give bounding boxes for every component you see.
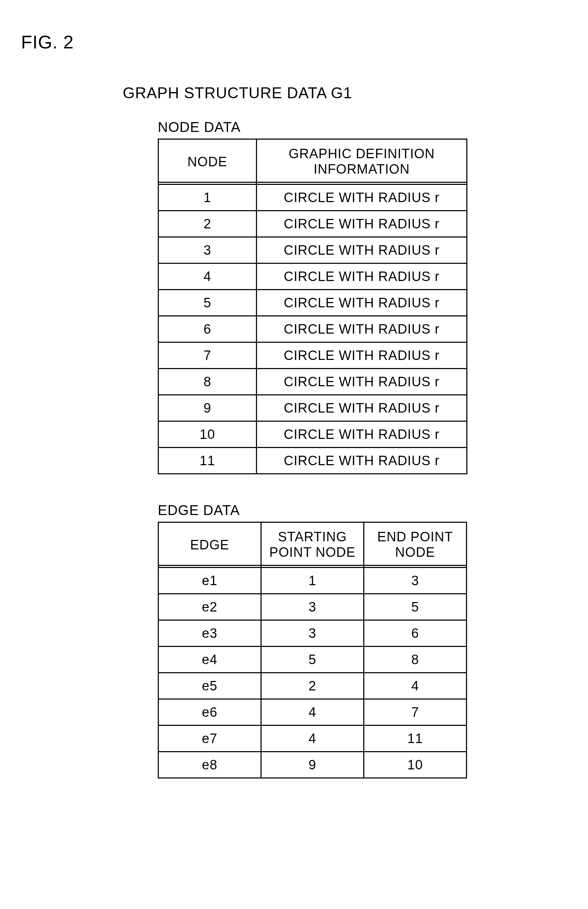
- edge-data-table: EDGE STARTING POINT NODE END POINT NODE …: [158, 522, 467, 778]
- end-cell: 3: [364, 568, 467, 594]
- node-cell: 5: [158, 290, 257, 316]
- start-cell: 4: [261, 699, 364, 726]
- end-cell: 10: [364, 752, 467, 778]
- start-cell: 5: [261, 647, 364, 673]
- start-cell: 3: [261, 594, 364, 620]
- table-row: e7411: [158, 726, 467, 752]
- definition-cell: CIRCLE WITH RADIUS r: [257, 343, 467, 369]
- definition-cell: CIRCLE WITH RADIUS r: [257, 448, 467, 474]
- figure-label: FIG. 2: [21, 32, 567, 53]
- end-cell: 7: [364, 699, 467, 726]
- node-cell: 1: [158, 184, 257, 211]
- table-row: e113: [158, 568, 467, 594]
- edge-cell: e8: [158, 752, 261, 778]
- node-cell: 4: [158, 264, 257, 290]
- table-row: 3CIRCLE WITH RADIUS r: [158, 237, 467, 264]
- table-row: 1CIRCLE WITH RADIUS r: [158, 184, 467, 211]
- table-row: e336: [158, 620, 467, 647]
- node-cell: 10: [158, 421, 257, 448]
- node-data-table: NODE GRAPHIC DEFINITION INFORMATION 1CIR…: [158, 139, 467, 474]
- table-row: 10CIRCLE WITH RADIUS r: [158, 421, 467, 448]
- table-row: 8CIRCLE WITH RADIUS r: [158, 369, 467, 395]
- table-row: e8910: [158, 752, 467, 778]
- edge-section-label: EDGE DATA: [158, 502, 567, 518]
- start-cell: 1: [261, 568, 364, 594]
- node-header-node: NODE: [158, 139, 257, 184]
- edge-cell: e5: [158, 673, 261, 699]
- start-cell: 3: [261, 620, 364, 647]
- definition-cell: CIRCLE WITH RADIUS r: [257, 237, 467, 264]
- end-cell: 4: [364, 673, 467, 699]
- edge-cell: e4: [158, 647, 261, 673]
- node-cell: 3: [158, 237, 257, 264]
- table-row: e524: [158, 673, 467, 699]
- edge-cell: e1: [158, 568, 261, 594]
- edge-header-edge: EDGE: [158, 522, 261, 568]
- table-row: 2CIRCLE WITH RADIUS r: [158, 211, 467, 237]
- definition-cell: CIRCLE WITH RADIUS r: [257, 264, 467, 290]
- definition-cell: CIRCLE WITH RADIUS r: [257, 290, 467, 316]
- definition-cell: CIRCLE WITH RADIUS r: [257, 395, 467, 421]
- start-cell: 9: [261, 752, 364, 778]
- node-header-definition: GRAPHIC DEFINITION INFORMATION: [257, 139, 467, 184]
- node-cell: 8: [158, 369, 257, 395]
- edge-cell: e3: [158, 620, 261, 647]
- node-cell: 11: [158, 448, 257, 474]
- edge-header-start: STARTING POINT NODE: [261, 522, 364, 568]
- edge-header-end: END POINT NODE: [364, 522, 467, 568]
- end-cell: 6: [364, 620, 467, 647]
- table-header-row: EDGE STARTING POINT NODE END POINT NODE: [158, 522, 467, 568]
- end-cell: 11: [364, 726, 467, 752]
- table-row: 9CIRCLE WITH RADIUS r: [158, 395, 467, 421]
- definition-cell: CIRCLE WITH RADIUS r: [257, 421, 467, 448]
- table-row: 4CIRCLE WITH RADIUS r: [158, 264, 467, 290]
- node-cell: 9: [158, 395, 257, 421]
- edge-cell: e2: [158, 594, 261, 620]
- start-cell: 2: [261, 673, 364, 699]
- table-header-row: NODE GRAPHIC DEFINITION INFORMATION: [158, 139, 467, 184]
- node-cell: 2: [158, 211, 257, 237]
- node-section-label: NODE DATA: [158, 119, 567, 135]
- edge-cell: e6: [158, 699, 261, 726]
- table-row: e235: [158, 594, 467, 620]
- definition-cell: CIRCLE WITH RADIUS r: [257, 369, 467, 395]
- node-cell: 6: [158, 316, 257, 343]
- node-table-body: 1CIRCLE WITH RADIUS r 2CIRCLE WITH RADIU…: [158, 184, 467, 474]
- definition-cell: CIRCLE WITH RADIUS r: [257, 184, 467, 211]
- page: FIG. 2 GRAPH STRUCTURE DATA G1 NODE DATA…: [0, 0, 588, 909]
- table-row: 7CIRCLE WITH RADIUS r: [158, 343, 467, 369]
- table-row: 6CIRCLE WITH RADIUS r: [158, 316, 467, 343]
- definition-cell: CIRCLE WITH RADIUS r: [257, 316, 467, 343]
- node-cell: 7: [158, 343, 257, 369]
- end-cell: 5: [364, 594, 467, 620]
- edge-table-body: e113 e235 e336 e458 e524 e647 e7411 e891…: [158, 568, 467, 778]
- start-cell: 4: [261, 726, 364, 752]
- table-row: e458: [158, 647, 467, 673]
- edge-cell: e7: [158, 726, 261, 752]
- table-row: 11CIRCLE WITH RADIUS r: [158, 448, 467, 474]
- page-title: GRAPH STRUCTURE DATA G1: [123, 84, 567, 102]
- table-row: e647: [158, 699, 467, 726]
- end-cell: 8: [364, 647, 467, 673]
- definition-cell: CIRCLE WITH RADIUS r: [257, 211, 467, 237]
- table-row: 5CIRCLE WITH RADIUS r: [158, 290, 467, 316]
